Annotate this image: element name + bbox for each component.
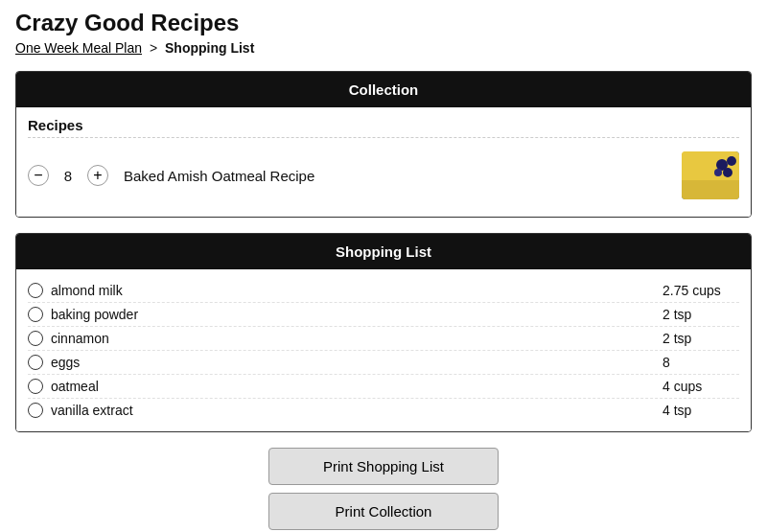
breadcrumb-parent-link[interactable]: One Week Meal Plan	[15, 40, 142, 56]
buttons-area: Print Shopping List Print Collection Pri…	[15, 448, 752, 532]
decrease-qty-button[interactable]: −	[28, 165, 49, 186]
item-name: eggs	[51, 355, 80, 370]
svg-rect-5	[682, 180, 739, 199]
shopping-list-item: almond milk2.75 cups	[28, 279, 739, 303]
shopping-list-section: Shopping List almond milk2.75 cupsbaking…	[15, 233, 752, 432]
shopping-list-item: oatmeal4 cups	[28, 375, 739, 399]
item-name: baking powder	[51, 307, 138, 322]
collection-section: Collection Recipes − 8 + Baked Amish Oat…	[15, 71, 752, 218]
item-quantity: 4 cups	[662, 379, 739, 394]
item-checkbox[interactable]	[28, 331, 43, 346]
shopping-list-item: cinnamon2 tsp	[28, 327, 739, 351]
print-shopping-list-button[interactable]: Print Shopping List	[268, 448, 499, 485]
item-quantity: 2.75 cups	[662, 283, 739, 298]
item-quantity: 8	[662, 355, 739, 370]
item-name: almond milk	[51, 283, 123, 298]
recipe-name: Baked Amish Oatmeal Recipe	[124, 168, 682, 184]
increase-qty-button[interactable]: +	[87, 165, 108, 186]
recipe-image	[682, 151, 739, 199]
item-checkbox[interactable]	[28, 355, 43, 370]
svg-point-3	[723, 168, 732, 177]
recipe-quantity: 8	[58, 168, 78, 184]
print-collection-button[interactable]: Print Collection	[268, 493, 499, 530]
app-title: Crazy Good Recipes	[15, 10, 752, 36]
item-checkbox[interactable]	[28, 283, 43, 298]
breadcrumb-separator: >	[150, 40, 157, 56]
item-quantity: 2 tsp	[662, 307, 739, 322]
recipe-row: − 8 + Baked Amish Oatmeal Recipe	[28, 144, 739, 207]
shopping-list-header: Shopping List	[16, 234, 751, 269]
item-checkbox[interactable]	[28, 307, 43, 322]
item-quantity: 4 tsp	[662, 403, 739, 418]
collection-header: Collection	[16, 72, 751, 107]
svg-point-2	[727, 156, 736, 166]
item-quantity: 2 tsp	[662, 331, 739, 346]
item-checkbox[interactable]	[28, 379, 43, 394]
shopping-list-body: almond milk2.75 cupsbaking powder2 tspci…	[16, 269, 751, 431]
breadcrumb-current: Shopping List	[165, 40, 254, 56]
shopping-list-item: eggs8	[28, 351, 739, 375]
shopping-list-item: baking powder2 tsp	[28, 303, 739, 327]
collection-body: Recipes − 8 + Baked Amish Oatmeal Recipe	[16, 107, 751, 217]
shopping-list-item: vanilla extract4 tsp	[28, 399, 739, 422]
breadcrumb: One Week Meal Plan > Shopping List	[15, 40, 752, 56]
item-name: cinnamon	[51, 331, 109, 346]
item-name: vanilla extract	[51, 403, 133, 418]
item-name: oatmeal	[51, 379, 99, 394]
svg-point-4	[714, 169, 722, 176]
recipes-label: Recipes	[28, 117, 739, 138]
item-checkbox[interactable]	[28, 403, 43, 418]
